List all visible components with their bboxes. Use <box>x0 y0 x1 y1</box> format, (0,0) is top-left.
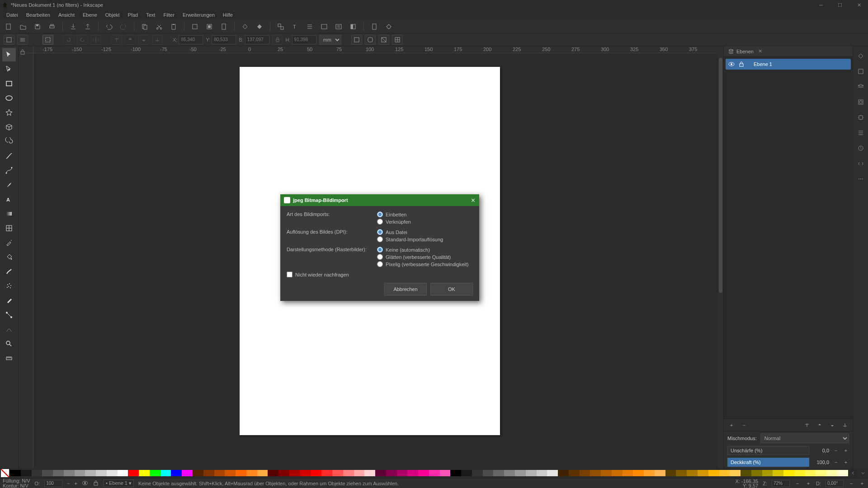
swatch[interactable] <box>719 470 730 476</box>
dock-fill-icon[interactable] <box>855 66 866 77</box>
layer-bottom-icon[interactable] <box>841 421 849 429</box>
doc-props-icon[interactable] <box>369 22 379 32</box>
swatch[interactable] <box>730 470 741 476</box>
swatch[interactable] <box>440 470 451 476</box>
swatch[interactable] <box>364 470 375 476</box>
opacity-label[interactable]: Deckkraft (%) <box>727 458 809 467</box>
measure-tool-icon[interactable] <box>2 352 16 365</box>
select-all-layers-icon[interactable] <box>4 35 14 45</box>
x-input[interactable] <box>179 35 203 44</box>
swatch[interactable] <box>203 470 214 476</box>
menu-objekt[interactable]: Objekt <box>102 11 123 19</box>
rotate-ccw-icon[interactable] <box>63 35 74 45</box>
swatch[interactable] <box>354 470 365 476</box>
swatch[interactable] <box>472 470 483 476</box>
swatch[interactable] <box>461 470 472 476</box>
no-color-swatch[interactable] <box>1 469 9 477</box>
swatch[interactable] <box>257 470 268 476</box>
swatch[interactable] <box>751 470 762 476</box>
swatch[interactable] <box>107 470 118 476</box>
select-all-icon[interactable] <box>17 35 28 45</box>
swatch[interactable] <box>64 470 75 476</box>
gradient-tool-icon[interactable] <box>2 207 16 221</box>
swatch[interactable] <box>278 470 289 476</box>
menu-datei[interactable]: Datei <box>3 11 22 19</box>
layers-tab[interactable]: Ebenen ✕ <box>724 46 853 57</box>
prefs-icon[interactable] <box>384 22 394 32</box>
duplicate-icon[interactable] <box>240 22 250 32</box>
h-input[interactable] <box>292 35 316 44</box>
blur-plus-icon[interactable]: + <box>843 447 849 454</box>
swatch[interactable] <box>612 470 623 476</box>
flip-h-icon[interactable] <box>90 35 101 45</box>
swatch[interactable] <box>289 470 300 476</box>
rot-plus-icon[interactable]: + <box>859 480 865 487</box>
ruler-horizontal[interactable]: -175-150-125-100-75-50-25025507510012515… <box>33 46 716 53</box>
redo-icon[interactable] <box>118 22 128 32</box>
menu-bearbeiten[interactable]: Bearbeiten <box>23 11 54 19</box>
ok-button[interactable]: OK <box>430 283 473 296</box>
swatch[interactable] <box>343 470 354 476</box>
dock-btn-1-icon[interactable] <box>855 51 866 61</box>
swatch[interactable] <box>773 470 783 476</box>
opacity-minus[interactable]: − <box>67 481 70 486</box>
lower-bottom-icon[interactable] <box>152 35 163 45</box>
rotate-cw-icon[interactable] <box>77 35 88 45</box>
swatch[interactable] <box>708 470 719 476</box>
spray-tool-icon[interactable] <box>2 279 16 293</box>
swatch[interactable] <box>569 470 580 476</box>
scrollbar-vertical[interactable] <box>718 53 723 468</box>
lower-icon[interactable] <box>138 35 149 45</box>
swatch[interactable] <box>580 470 590 476</box>
swatch[interactable] <box>590 470 601 476</box>
menu-pfad[interactable]: Pfad <box>124 11 142 19</box>
swatch[interactable] <box>53 470 64 476</box>
render-none-radio[interactable]: Keine (automatisch) <box>377 247 473 253</box>
export-icon[interactable] <box>83 22 93 32</box>
swatch[interactable] <box>515 470 526 476</box>
swatch[interactable] <box>171 470 182 476</box>
swatch[interactable] <box>128 470 139 476</box>
swatch[interactable] <box>10 470 21 476</box>
dropper-tool-icon[interactable] <box>2 236 16 249</box>
cancel-button[interactable]: Abbrechen <box>384 283 427 296</box>
lpe-tool-icon[interactable] <box>2 323 16 336</box>
dpi-file-radio[interactable]: Aus Datei <box>377 229 473 235</box>
layer-top-icon[interactable] <box>803 421 811 429</box>
zoom-fit-icon[interactable] <box>190 22 200 32</box>
swatch[interactable] <box>193 470 203 476</box>
zoom-tool-icon[interactable] <box>2 337 16 351</box>
palette-left-icon[interactable] <box>849 469 857 477</box>
status-lock-icon[interactable] <box>93 480 99 487</box>
toggle-selection-box-icon[interactable] <box>42 35 53 45</box>
layer-down-icon[interactable] <box>828 421 836 429</box>
opacity-minus-icon[interactable]: − <box>833 459 839 465</box>
raise-icon[interactable] <box>125 35 136 45</box>
opacity-o-input[interactable] <box>44 480 62 487</box>
menu-hilfe[interactable]: Hilfe <box>219 11 236 19</box>
rotation-input[interactable] <box>826 480 844 487</box>
swatch[interactable] <box>805 470 816 476</box>
menu-erweiterungen[interactable]: Erweiterungen <box>179 11 218 19</box>
swatch[interactable] <box>698 470 708 476</box>
ruler-corner-right[interactable] <box>716 46 723 53</box>
print-icon[interactable] <box>47 22 57 32</box>
spiral-tool-icon[interactable] <box>2 135 16 148</box>
undo-icon[interactable] <box>104 22 114 32</box>
guides-lock-icon[interactable] <box>19 49 26 56</box>
transform-stroke-icon[interactable] <box>351 35 362 45</box>
fill-stroke-icon[interactable] <box>348 22 358 32</box>
swatch[interactable] <box>375 470 386 476</box>
dock-more-icon[interactable] <box>855 174 866 184</box>
swatch[interactable] <box>214 470 225 476</box>
star-tool-icon[interactable] <box>2 106 16 119</box>
mesh-tool-icon[interactable] <box>2 221 16 235</box>
dock-xml-icon[interactable] <box>855 158 866 169</box>
blur-label[interactable]: Unschärfe (%) <box>727 446 809 455</box>
render-pixel-radio[interactable]: Pixelig (verbesserte Geschwindigkeit) <box>377 261 473 267</box>
import-icon[interactable] <box>68 22 78 32</box>
selectors-icon[interactable] <box>334 22 344 32</box>
swatch[interactable] <box>311 470 321 476</box>
opacity-plus[interactable]: + <box>75 481 77 486</box>
bezier-tool-icon[interactable] <box>2 164 16 177</box>
